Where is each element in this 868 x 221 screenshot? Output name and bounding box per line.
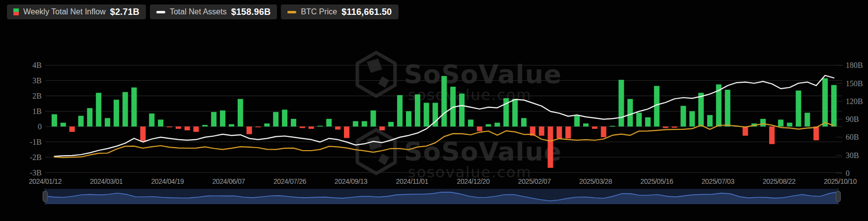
- inflow-bar: [796, 91, 801, 127]
- inflow-bar: [282, 110, 287, 126]
- inflow-bar: [698, 93, 704, 126]
- inflow-bar: [415, 94, 420, 126]
- inflow-bar: [822, 78, 828, 126]
- inflow-bar: [185, 126, 190, 130]
- inflow-bar: [397, 95, 402, 126]
- inflow-bar: [211, 112, 216, 126]
- inflow-bar: [114, 100, 119, 126]
- legend-item-weekly-net-inflow[interactable]: Weekly Total Net Inflow $2.71B: [7, 4, 146, 19]
- inflow-bar: [335, 126, 340, 129]
- x-axis-date: 2025/02/07: [518, 177, 551, 185]
- left-axis-tick: 1B: [32, 107, 42, 115]
- left-axis-tick: -3B: [30, 168, 42, 177]
- etf-flow-chart: SoSoValuesosovalue.comSoSoValuesosovalue…: [0, 0, 868, 221]
- legend-label: Total Net Assets: [170, 7, 227, 16]
- inflow-bar: [707, 115, 713, 126]
- inflow-bar: [512, 99, 518, 127]
- inflow-bar: [256, 126, 261, 127]
- inflow-bar: [96, 93, 101, 126]
- right-axis-tick: 30B: [846, 151, 859, 160]
- inflow-bar: [52, 114, 57, 127]
- inflow-bars-icon: [13, 8, 19, 15]
- inflow-bar: [264, 123, 269, 126]
- inflow-bar: [831, 85, 837, 127]
- x-axis-date: 2025/10/10: [824, 177, 857, 185]
- inflow-bar: [813, 126, 819, 140]
- inflow-bar: [742, 126, 748, 136]
- navigator[interactable]: [43, 188, 841, 205]
- inflow-bar: [344, 126, 349, 138]
- inflow-bar: [539, 126, 544, 136]
- inflow-bar: [680, 106, 686, 127]
- x-axis-date: 2024/12/20: [457, 177, 490, 185]
- inflow-bar: [273, 112, 278, 126]
- sosovalue-watermark: SoSoValuesosovalue.com: [357, 130, 562, 181]
- watermark-cube-face: [378, 154, 389, 165]
- inflow-bar: [672, 126, 677, 127]
- inflow-bar: [176, 126, 181, 129]
- inflow-bar: [804, 112, 810, 126]
- right-axis-tick: 150B: [846, 79, 863, 88]
- watermark-cube-face: [378, 76, 389, 88]
- inflow-bar: [379, 126, 385, 130]
- x-axis-date: 2024/06/07: [212, 177, 246, 185]
- inflow-bar: [69, 126, 75, 132]
- inflow-bar: [663, 126, 668, 128]
- legend-label: Weekly Total Net Inflow: [23, 7, 106, 16]
- handle-grip[interactable]: [43, 191, 48, 202]
- inflow-bar: [202, 125, 207, 126]
- inflow-bar: [318, 126, 323, 127]
- green-swatch: [13, 8, 19, 12]
- btc-line-icon: [287, 11, 296, 13]
- inflow-bar: [167, 126, 172, 127]
- x-axis-date: 2025/07/03: [701, 177, 734, 185]
- inflow-bar: [132, 88, 137, 127]
- inflow-bar: [778, 119, 784, 126]
- watermark-cube-icon: [357, 53, 395, 96]
- legend-label: BTC Price: [301, 7, 337, 16]
- handle-grip[interactable]: [836, 191, 841, 202]
- inflow-bar: [247, 126, 252, 134]
- inflow-bar: [610, 126, 615, 126]
- left-axis-labels: 4B3B2B1B0-1B-2B-3B: [30, 61, 42, 176]
- inflow-bar: [725, 90, 731, 126]
- inflow-bar: [61, 123, 66, 127]
- watermark-brand-text: SoSoValue: [404, 137, 562, 166]
- right-axis-tick: 120B: [846, 97, 863, 106]
- inflow-bar: [645, 117, 651, 127]
- right-axis-tick: 60B: [846, 133, 859, 141]
- inflow-bar: [565, 126, 571, 138]
- legend-value: $2.71B: [110, 7, 139, 17]
- inflow-bar: [140, 126, 146, 141]
- legend-value: $116,661.50: [341, 7, 392, 17]
- x-axis-date: 2024/09/13: [334, 177, 368, 185]
- legend-item-total-net-assets[interactable]: Total Net Assets $158.96B: [150, 4, 277, 19]
- inflow-bar: [574, 116, 580, 127]
- inflow-bar: [123, 92, 128, 127]
- x-axis-date: 2025/03/28: [579, 177, 612, 185]
- inflow-bar: [406, 111, 411, 126]
- x-axis-date: 2024/04/19: [151, 177, 184, 185]
- x-axis-date: 2025/08/22: [763, 177, 796, 185]
- left-axis-tick: 2B: [32, 92, 42, 100]
- x-axis-date: 2024/01/12: [29, 177, 62, 185]
- inflow-bar: [592, 126, 598, 129]
- inflow-bar: [291, 119, 296, 126]
- inflow-bar: [158, 119, 163, 126]
- red-swatch: [13, 12, 19, 15]
- x-axis-date: 2024/07/26: [273, 177, 307, 185]
- inflow-bar: [787, 123, 793, 127]
- chart-legend: Weekly Total Net Inflow $2.71B Total Net…: [7, 4, 399, 19]
- watermark-brand-text: SoSoValue: [404, 59, 562, 89]
- inflow-bar: [486, 124, 491, 127]
- inflow-bar: [477, 126, 482, 131]
- inflow-bar: [353, 121, 358, 126]
- right-axis-tick: 0: [846, 169, 850, 177]
- right-axis-labels: 180B150B120B90B60B30B0: [836, 61, 863, 177]
- inflow-bar: [87, 108, 92, 126]
- inflow-bar: [689, 111, 695, 126]
- inflow-bar: [78, 116, 84, 127]
- legend-value: $158.96B: [231, 7, 271, 17]
- legend-item-btc-price[interactable]: BTC Price $116,661.50: [281, 4, 398, 19]
- inflow-bar: [229, 124, 234, 127]
